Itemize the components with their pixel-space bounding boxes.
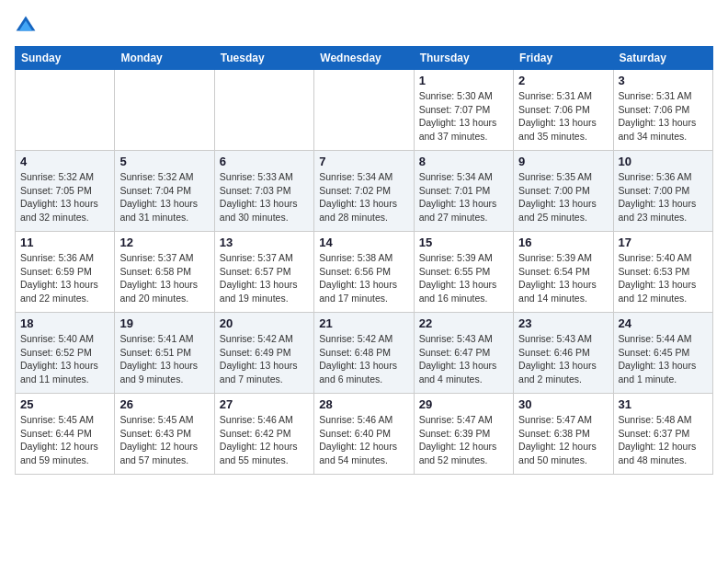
day-info: Sunrise: 5:32 AM Sunset: 7:04 PM Dayligh… (119, 170, 209, 224)
day-number: 9 (518, 155, 608, 168)
day-number: 14 (319, 236, 408, 249)
day-info: Sunrise: 5:44 AM Sunset: 6:45 PM Dayligh… (619, 332, 708, 386)
day-info: Sunrise: 5:42 AM Sunset: 6:49 PM Dayligh… (220, 332, 309, 386)
day-info: Sunrise: 5:32 AM Sunset: 7:05 PM Dayligh… (20, 170, 109, 224)
page-header (15, 15, 713, 37)
calendar-cell: 26Sunrise: 5:45 AM Sunset: 6:43 PM Dayli… (115, 394, 214, 475)
calendar-cell: 17Sunrise: 5:40 AM Sunset: 6:53 PM Dayli… (613, 232, 712, 313)
calendar-cell: 3Sunrise: 5:31 AM Sunset: 7:06 PM Daylig… (613, 70, 712, 151)
day-number: 26 (119, 397, 209, 411)
calendar-cell (16, 70, 115, 151)
calendar-cell: 12Sunrise: 5:37 AM Sunset: 6:58 PM Dayli… (115, 232, 214, 313)
calendar-cell: 10Sunrise: 5:36 AM Sunset: 7:00 PM Dayli… (613, 151, 712, 232)
calendar-cell (214, 70, 313, 151)
day-info: Sunrise: 5:43 AM Sunset: 6:46 PM Dayligh… (518, 332, 608, 386)
calendar-week-row: 25Sunrise: 5:45 AM Sunset: 6:44 PM Dayli… (16, 394, 713, 475)
day-number: 30 (518, 397, 608, 411)
day-number: 2 (518, 74, 608, 87)
calendar-cell: 18Sunrise: 5:40 AM Sunset: 6:52 PM Dayli… (16, 313, 115, 394)
calendar-cell (115, 70, 214, 151)
day-info: Sunrise: 5:47 AM Sunset: 6:39 PM Dayligh… (419, 413, 508, 467)
calendar-table: SundayMondayTuesdayWednesdayThursdayFrid… (15, 46, 713, 475)
day-number: 25 (20, 397, 109, 411)
day-info: Sunrise: 5:40 AM Sunset: 6:53 PM Dayligh… (619, 251, 708, 305)
day-info: Sunrise: 5:41 AM Sunset: 6:51 PM Dayligh… (119, 332, 209, 386)
day-number: 20 (220, 316, 309, 330)
day-number: 19 (119, 316, 209, 330)
day-header-sunday: Sunday (16, 47, 115, 70)
day-number: 22 (419, 316, 508, 330)
day-info: Sunrise: 5:46 AM Sunset: 6:42 PM Dayligh… (220, 413, 309, 467)
day-number: 21 (319, 316, 408, 330)
calendar-cell: 30Sunrise: 5:47 AM Sunset: 6:38 PM Dayli… (514, 394, 613, 475)
day-info: Sunrise: 5:31 AM Sunset: 7:06 PM Dayligh… (518, 89, 608, 144)
day-number: 24 (619, 316, 708, 330)
day-number: 5 (119, 155, 209, 168)
day-header-thursday: Thursday (414, 47, 513, 70)
day-info: Sunrise: 5:34 AM Sunset: 7:02 PM Dayligh… (319, 170, 408, 224)
day-header-monday: Monday (115, 47, 214, 70)
logo (15, 15, 39, 37)
calendar-cell: 5Sunrise: 5:32 AM Sunset: 7:04 PM Daylig… (115, 151, 214, 232)
day-number: 15 (419, 236, 508, 249)
calendar-week-row: 4Sunrise: 5:32 AM Sunset: 7:05 PM Daylig… (16, 151, 713, 232)
calendar-cell: 23Sunrise: 5:43 AM Sunset: 6:46 PM Dayli… (514, 313, 613, 394)
day-info: Sunrise: 5:45 AM Sunset: 6:44 PM Dayligh… (20, 413, 109, 467)
logo-icon (15, 15, 37, 37)
day-info: Sunrise: 5:31 AM Sunset: 7:06 PM Dayligh… (619, 89, 708, 144)
day-info: Sunrise: 5:36 AM Sunset: 6:59 PM Dayligh… (20, 251, 109, 305)
calendar-cell: 11Sunrise: 5:36 AM Sunset: 6:59 PM Dayli… (16, 232, 115, 313)
calendar-week-row: 11Sunrise: 5:36 AM Sunset: 6:59 PM Dayli… (16, 232, 713, 313)
calendar-week-row: 18Sunrise: 5:40 AM Sunset: 6:52 PM Dayli… (16, 313, 713, 394)
day-header-friday: Friday (514, 47, 613, 70)
calendar-cell: 24Sunrise: 5:44 AM Sunset: 6:45 PM Dayli… (613, 313, 712, 394)
calendar-cell: 27Sunrise: 5:46 AM Sunset: 6:42 PM Dayli… (214, 394, 313, 475)
calendar-cell: 7Sunrise: 5:34 AM Sunset: 7:02 PM Daylig… (314, 151, 414, 232)
day-number: 18 (20, 316, 109, 330)
calendar-week-row: 1Sunrise: 5:30 AM Sunset: 7:07 PM Daylig… (16, 70, 713, 151)
day-number: 4 (20, 155, 109, 168)
calendar-cell: 13Sunrise: 5:37 AM Sunset: 6:57 PM Dayli… (214, 232, 313, 313)
day-info: Sunrise: 5:33 AM Sunset: 7:03 PM Dayligh… (220, 170, 309, 224)
day-number: 11 (20, 236, 109, 249)
day-info: Sunrise: 5:43 AM Sunset: 6:47 PM Dayligh… (419, 332, 508, 386)
day-number: 16 (518, 236, 608, 249)
calendar-cell: 16Sunrise: 5:39 AM Sunset: 6:54 PM Dayli… (514, 232, 613, 313)
calendar-cell: 28Sunrise: 5:46 AM Sunset: 6:40 PM Dayli… (314, 394, 414, 475)
day-info: Sunrise: 5:39 AM Sunset: 6:55 PM Dayligh… (419, 251, 508, 305)
calendar-cell: 15Sunrise: 5:39 AM Sunset: 6:55 PM Dayli… (414, 232, 513, 313)
day-number: 23 (518, 316, 608, 330)
day-info: Sunrise: 5:40 AM Sunset: 6:52 PM Dayligh… (20, 332, 109, 386)
day-number: 6 (220, 155, 309, 168)
day-info: Sunrise: 5:39 AM Sunset: 6:54 PM Dayligh… (518, 251, 608, 305)
day-info: Sunrise: 5:47 AM Sunset: 6:38 PM Dayligh… (518, 413, 608, 467)
day-info: Sunrise: 5:37 AM Sunset: 6:58 PM Dayligh… (119, 251, 209, 305)
day-info: Sunrise: 5:38 AM Sunset: 6:56 PM Dayligh… (319, 251, 408, 305)
day-number: 31 (619, 397, 708, 411)
day-info: Sunrise: 5:30 AM Sunset: 7:07 PM Dayligh… (419, 89, 508, 144)
day-number: 7 (319, 155, 408, 168)
day-info: Sunrise: 5:45 AM Sunset: 6:43 PM Dayligh… (119, 413, 209, 467)
day-number: 13 (220, 236, 309, 249)
day-info: Sunrise: 5:48 AM Sunset: 6:37 PM Dayligh… (619, 413, 708, 467)
day-info: Sunrise: 5:42 AM Sunset: 6:48 PM Dayligh… (319, 332, 408, 386)
calendar-cell: 20Sunrise: 5:42 AM Sunset: 6:49 PM Dayli… (214, 313, 313, 394)
day-info: Sunrise: 5:34 AM Sunset: 7:01 PM Dayligh… (419, 170, 508, 224)
calendar-cell: 9Sunrise: 5:35 AM Sunset: 7:00 PM Daylig… (514, 151, 613, 232)
day-info: Sunrise: 5:37 AM Sunset: 6:57 PM Dayligh… (220, 251, 309, 305)
calendar-cell: 14Sunrise: 5:38 AM Sunset: 6:56 PM Dayli… (314, 232, 414, 313)
day-number: 3 (619, 74, 708, 87)
calendar-cell: 22Sunrise: 5:43 AM Sunset: 6:47 PM Dayli… (414, 313, 513, 394)
day-number: 27 (220, 397, 309, 411)
calendar-header-row: SundayMondayTuesdayWednesdayThursdayFrid… (16, 47, 713, 70)
day-info: Sunrise: 5:35 AM Sunset: 7:00 PM Dayligh… (518, 170, 608, 224)
day-number: 28 (319, 397, 408, 411)
day-number: 12 (119, 236, 209, 249)
calendar-cell: 1Sunrise: 5:30 AM Sunset: 7:07 PM Daylig… (414, 70, 513, 151)
day-header-saturday: Saturday (613, 47, 712, 70)
calendar-cell: 2Sunrise: 5:31 AM Sunset: 7:06 PM Daylig… (514, 70, 613, 151)
day-number: 1 (419, 74, 508, 87)
calendar-cell: 4Sunrise: 5:32 AM Sunset: 7:05 PM Daylig… (16, 151, 115, 232)
calendar-cell: 21Sunrise: 5:42 AM Sunset: 6:48 PM Dayli… (314, 313, 414, 394)
calendar-cell: 19Sunrise: 5:41 AM Sunset: 6:51 PM Dayli… (115, 313, 214, 394)
